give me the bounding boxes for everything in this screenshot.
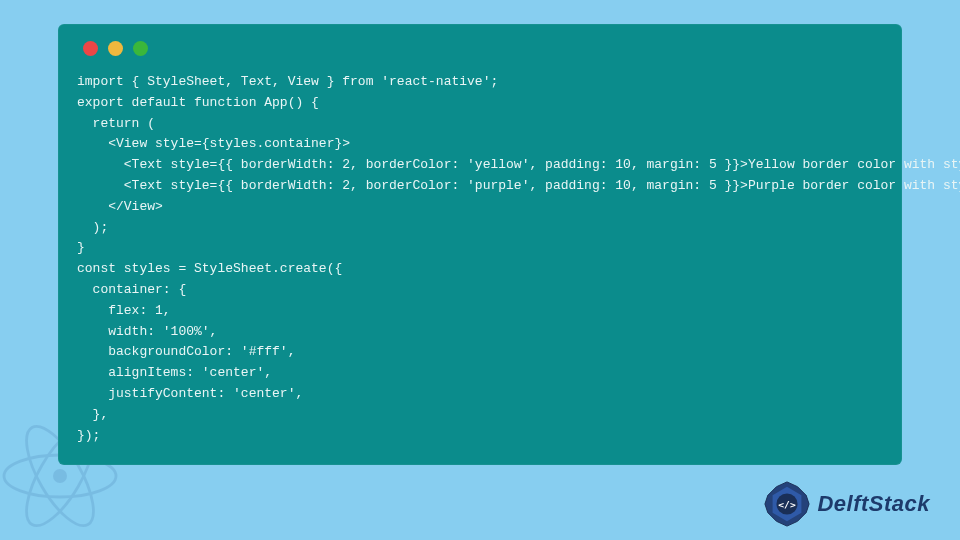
window-controls xyxy=(83,41,883,56)
brand-name: DelftStack xyxy=(817,491,930,517)
svg-text:</>: </> xyxy=(779,499,797,510)
code-window: import { StyleSheet, Text, View } from '… xyxy=(58,24,902,465)
svg-point-3 xyxy=(54,470,65,481)
close-icon[interactable] xyxy=(83,41,98,56)
logo-badge-icon: </> xyxy=(763,480,811,528)
code-block: import { StyleSheet, Text, View } from '… xyxy=(77,72,883,446)
minimize-icon[interactable] xyxy=(108,41,123,56)
brand-logo: </> DelftStack xyxy=(763,480,930,528)
maximize-icon[interactable] xyxy=(133,41,148,56)
